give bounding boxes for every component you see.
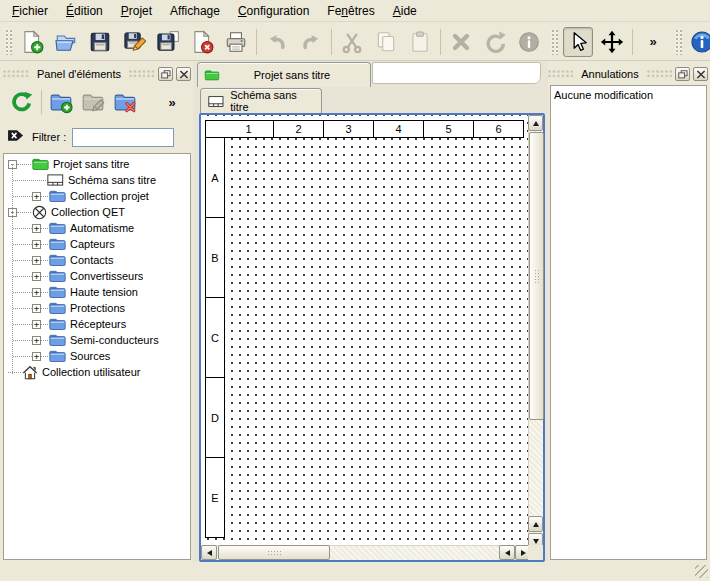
undo-panel-close-button[interactable]	[693, 67, 708, 81]
filter-input[interactable]	[72, 128, 174, 147]
tree-item-recepteurs[interactable]: +Récepteurs	[4, 316, 190, 332]
print-icon	[224, 30, 248, 54]
tree-item-convertisseurs[interactable]: +Convertisseurs	[4, 268, 190, 284]
scroll-left-button-2[interactable]	[499, 545, 515, 560]
row-header-c: C	[205, 298, 225, 378]
menubar: FichierÉditionProjetAffichageConfigurati…	[0, 0, 710, 22]
expand-toggle[interactable]: +	[32, 288, 41, 297]
reload-green-icon	[10, 90, 34, 114]
tree-item-protections[interactable]: +Protections	[4, 300, 190, 316]
diagram-tab-label: Schéma sans titre	[230, 89, 314, 113]
tree-item-automatisme[interactable]: +Automatisme	[4, 220, 190, 236]
about-button[interactable]	[687, 27, 710, 57]
reload-collections-button[interactable]	[8, 88, 36, 116]
toolbar-handle[interactable]	[5, 29, 12, 55]
folder-green-icon	[204, 69, 220, 81]
toolbar-handle[interactable]	[675, 29, 682, 55]
menu-fenetres[interactable]: Fenêtres	[318, 2, 383, 20]
scroll-left-button[interactable]	[201, 545, 217, 560]
menu-projet[interactable]: Projet	[112, 2, 161, 20]
expand-toggle[interactable]: +	[32, 240, 41, 249]
document-new-icon	[20, 30, 44, 54]
clear-filter-button[interactable]	[7, 128, 26, 147]
select-mode-button[interactable]	[563, 27, 593, 57]
elements-panel-title: Panel d'éléments	[32, 68, 126, 80]
tree-item-label: Sources	[70, 350, 110, 362]
save-all-icon	[156, 30, 180, 54]
tree-guide-line	[12, 164, 13, 374]
horizontal-scrollbar[interactable]	[201, 545, 532, 560]
titlebar-texture	[548, 70, 573, 79]
delete-button	[446, 27, 476, 57]
elements-panel-close-button[interactable]	[176, 67, 191, 81]
menu-configuration[interactable]: Configuration	[229, 2, 318, 20]
expand-toggle[interactable]: +	[32, 304, 41, 313]
new-project-button[interactable]	[17, 27, 47, 57]
tree-item-projet-sans-titre[interactable]: -Projet sans titre	[4, 156, 190, 172]
undo-panel-float-button[interactable]	[675, 67, 690, 81]
tree-item-label: Convertisseurs	[70, 270, 143, 282]
tree-item-contacts[interactable]: +Contacts	[4, 252, 190, 268]
float-icon	[161, 70, 171, 79]
undo-step[interactable]: Aucune modification	[552, 87, 705, 103]
filter-label: Filtrer :	[32, 131, 66, 143]
tree-item-label: Haute tension	[70, 286, 138, 298]
tree-item-haute-tension[interactable]: +Haute tension	[4, 284, 190, 300]
menu-aide[interactable]: Aide	[384, 2, 426, 20]
folder-blue-icon	[49, 317, 66, 331]
tree-item-collection-qet[interactable]: -Collection QET	[4, 204, 190, 220]
horizontal-scroll-thumb[interactable]	[218, 545, 330, 560]
folder-blue-icon	[49, 349, 66, 363]
vertical-scrollbar[interactable]	[528, 115, 543, 549]
tree-item-label: Protections	[70, 302, 125, 314]
tree-item-semi-conducteurs[interactable]: +Semi-conducteurs	[4, 332, 190, 348]
paper-corner-cell	[205, 120, 225, 138]
expand-toggle[interactable]: +	[32, 256, 41, 265]
menu-edition[interactable]: Édition	[57, 2, 112, 20]
vertical-scroll-thumb[interactable]	[529, 132, 544, 420]
save-as-button[interactable]	[119, 27, 149, 57]
folder-new-icon	[49, 90, 73, 114]
modes-overflow-button[interactable]: »	[638, 27, 668, 57]
tree-item-label: Capteurs	[70, 238, 115, 250]
menu-fichier[interactable]: Fichier	[3, 2, 57, 20]
tree-item-capteurs[interactable]: +Capteurs	[4, 236, 190, 252]
rotate-button	[480, 27, 510, 57]
print-button[interactable]	[221, 27, 251, 57]
project-window-tab[interactable]: Projet sans titre	[197, 62, 371, 87]
tree-item-collection-utilisateur[interactable]: Collection utilisateur	[4, 364, 190, 380]
scroll-up-button[interactable]	[528, 115, 543, 131]
elements-panel-titlebar[interactable]: Panel d'éléments	[3, 64, 191, 84]
delete-category-button[interactable]	[111, 88, 139, 116]
save-all-button[interactable]	[153, 27, 183, 57]
tree-item-schema-sans-titre[interactable]: Schéma sans titre	[4, 172, 190, 188]
toolbar-handle[interactable]	[551, 29, 558, 55]
menu-affichage[interactable]: Affichage	[161, 2, 229, 20]
tree-item-collection-projet[interactable]: +Collection projet	[4, 188, 190, 204]
tree-item-label: Collection projet	[70, 190, 149, 202]
new-category-button[interactable]	[47, 88, 75, 116]
scroll-up-button-2[interactable]	[528, 516, 543, 532]
undo-panel-titlebar[interactable]: Annulations	[548, 64, 708, 84]
pan-mode-button[interactable]	[597, 27, 627, 57]
panel-overflow-button[interactable]: »	[158, 88, 186, 116]
save-as-icon	[122, 30, 146, 54]
tree-item-sources[interactable]: +Sources	[4, 348, 190, 364]
expand-toggle[interactable]: +	[32, 352, 41, 361]
resize-grip[interactable]	[695, 565, 708, 578]
expand-toggle[interactable]: +	[32, 224, 41, 233]
save-button[interactable]	[85, 27, 115, 57]
expand-toggle[interactable]: +	[32, 336, 41, 345]
filter-row: Filtrer :	[7, 126, 189, 148]
expand-toggle[interactable]: +	[32, 272, 41, 281]
scrollbar-corner	[528, 545, 543, 560]
elements-panel-float-button[interactable]	[158, 67, 173, 81]
close-project-button[interactable]	[187, 27, 217, 57]
open-project-button[interactable]	[51, 27, 81, 57]
elements-tree[interactable]: -Projet sans titreSchéma sans titre+Coll…	[3, 153, 191, 560]
expand-toggle[interactable]: +	[32, 192, 41, 201]
undo-history-list[interactable]: Aucune modification	[550, 85, 707, 560]
diagram-tab[interactable]: Schéma sans titre	[200, 88, 322, 113]
diagram-canvas[interactable]	[201, 115, 528, 545]
expand-toggle[interactable]: +	[32, 320, 41, 329]
